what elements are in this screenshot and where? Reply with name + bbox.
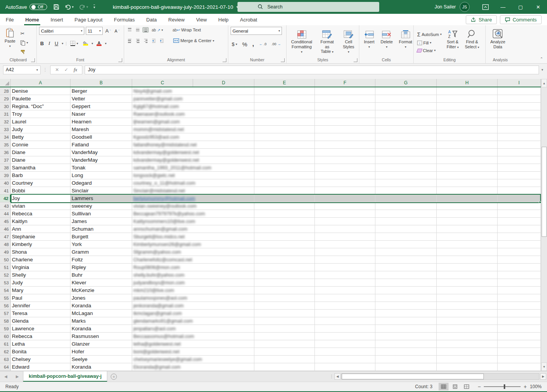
cell-G31[interactable] (375, 110, 437, 118)
cell-F30[interactable] (315, 103, 375, 110)
cell-D30[interactable] (193, 103, 254, 110)
cell-C59[interactable]: jenpatlars@aol.com (132, 325, 193, 333)
cell-B39[interactable]: Long (70, 172, 132, 179)
cell-H59[interactable] (437, 325, 498, 333)
row-header-41[interactable]: 41 (0, 187, 11, 195)
tab-acrobat[interactable]: Acrobat (234, 14, 263, 25)
expand-formula-bar-icon[interactable]: ▾ (541, 68, 545, 72)
cell-F55[interactable] (315, 294, 375, 302)
cell-A46[interactable]: Ann (11, 225, 70, 233)
tab-insert[interactable]: Insert (45, 14, 69, 25)
align-left-button[interactable] (126, 38, 133, 43)
row-header-28[interactable]: 28 (0, 87, 11, 95)
vertical-scrollbar[interactable]: ▲ ▼ (541, 79, 547, 371)
cell-B47[interactable]: Burgett (70, 233, 132, 241)
italic-button[interactable]: I (47, 39, 51, 47)
cell-I45[interactable] (498, 218, 541, 225)
cell-G39[interactable] (375, 172, 437, 179)
row-header-51[interactable]: 51 (0, 264, 11, 271)
number-dialog-launcher[interactable] (281, 58, 285, 62)
cell-E61[interactable] (254, 340, 315, 348)
cell-A33[interactable]: Judy (11, 126, 70, 133)
cell-D37[interactable] (193, 156, 254, 164)
cell-H40[interactable] (437, 179, 498, 187)
cell-D63[interactable] (193, 356, 254, 363)
cell-G56[interactable] (375, 302, 437, 310)
autosum-button[interactable]: Σ AutoSum ▾ (416, 31, 443, 38)
scroll-up-icon[interactable]: ▲ (541, 79, 547, 87)
cell-F42[interactable] (315, 195, 375, 202)
cell-D54[interactable] (193, 287, 254, 294)
cell-I35[interactable] (498, 141, 541, 149)
cell-H32[interactable] (437, 118, 498, 126)
cell-B52[interactable]: Buhr (70, 271, 132, 279)
row-header-43[interactable]: 43 (0, 202, 11, 210)
cell-A37[interactable]: Diane (11, 156, 70, 164)
cell-I53[interactable] (498, 279, 541, 287)
cell-C63[interactable]: chelseymarieseelye@gmail.com (132, 356, 193, 363)
cell-H30[interactable] (437, 103, 498, 110)
cell-C56[interactable]: jenkoranda@gmail.com (132, 302, 193, 310)
cell-H50[interactable] (437, 256, 498, 264)
cell-C61[interactable]: letha@goldenwest.net (132, 340, 193, 348)
cell-A28[interactable]: Denise (11, 87, 70, 95)
cell-B63[interactable]: Seelye (70, 356, 132, 363)
cell-D58[interactable] (193, 317, 254, 325)
cell-E28[interactable] (254, 87, 315, 95)
cell-F31[interactable] (315, 110, 375, 118)
cell-F33[interactable] (315, 126, 375, 133)
cell-I63[interactable] (498, 356, 541, 363)
cell-H45[interactable] (437, 218, 498, 225)
cell-E37[interactable] (254, 156, 315, 164)
cell-C30[interactable]: Kglg67@hotmail.com (132, 103, 193, 110)
document-title[interactable]: kimball-popcorn-ball-giveaway-july-2021-… (113, 4, 233, 10)
cell-G45[interactable] (375, 218, 437, 225)
cell-A39[interactable]: Barb (11, 172, 70, 179)
sort-filter-button[interactable]: AZ Sort &Filter ▾ (444, 27, 461, 56)
cell-E64[interactable] (254, 363, 315, 371)
number-format-select[interactable]: General▾ (231, 27, 282, 35)
cell-A34[interactable]: Betty (11, 133, 70, 141)
cell-I37[interactable] (498, 156, 541, 164)
decrease-indent-button[interactable] (151, 38, 157, 43)
row-header-48[interactable]: 48 (0, 241, 11, 248)
align-middle-button[interactable] (134, 27, 141, 33)
cell-F39[interactable] (315, 172, 375, 179)
new-sheet-button[interactable]: + (107, 371, 120, 382)
cell-A60[interactable]: Rebecca (11, 333, 70, 340)
row-header-62[interactable]: 62 (0, 348, 11, 356)
cell-D64[interactable] (193, 363, 254, 371)
comma-format-button[interactable]: , (251, 39, 255, 49)
cell-I62[interactable] (498, 348, 541, 356)
cell-I58[interactable] (498, 317, 541, 325)
cell-B59[interactable]: Koranda (70, 325, 132, 333)
column-header-D[interactable]: D (193, 79, 254, 87)
cell-E45[interactable] (254, 218, 315, 225)
cell-F48[interactable] (315, 241, 375, 248)
cell-E55[interactable] (254, 294, 315, 302)
cell-D51[interactable] (193, 264, 254, 271)
cell-C45[interactable]: Kaitlynsommers10@live.com (132, 218, 193, 225)
cell-C28[interactable]: Nixy4@gmail.com (132, 87, 193, 95)
cell-H55[interactable] (437, 294, 498, 302)
cell-E46[interactable] (254, 225, 315, 233)
cell-E43[interactable] (254, 202, 315, 210)
cell-G50[interactable] (375, 256, 437, 264)
percent-format-button[interactable]: % (241, 40, 248, 48)
cell-G37[interactable] (375, 156, 437, 164)
cell-A31[interactable]: Troy (11, 110, 70, 118)
cell-A45[interactable]: Kaitlyn (11, 218, 70, 225)
cell-G29[interactable] (375, 95, 437, 103)
cell-F58[interactable] (315, 317, 375, 325)
cell-A64[interactable]: Edward (11, 363, 70, 371)
formula-bar-divider[interactable]: ⋮ (43, 67, 48, 72)
cell-B50[interactable]: Foltz (70, 256, 132, 264)
close-button[interactable]: ✕ (529, 0, 547, 14)
cell-A52[interactable]: Shelly (11, 271, 70, 279)
align-center-button[interactable] (134, 38, 141, 43)
cell-C33[interactable]: momm@midstatesd.net (132, 126, 193, 133)
tab-data[interactable]: Data (141, 14, 162, 25)
cell-F34[interactable] (315, 133, 375, 141)
cell-D50[interactable] (193, 256, 254, 264)
horizontal-scroll-track[interactable] (341, 373, 539, 380)
